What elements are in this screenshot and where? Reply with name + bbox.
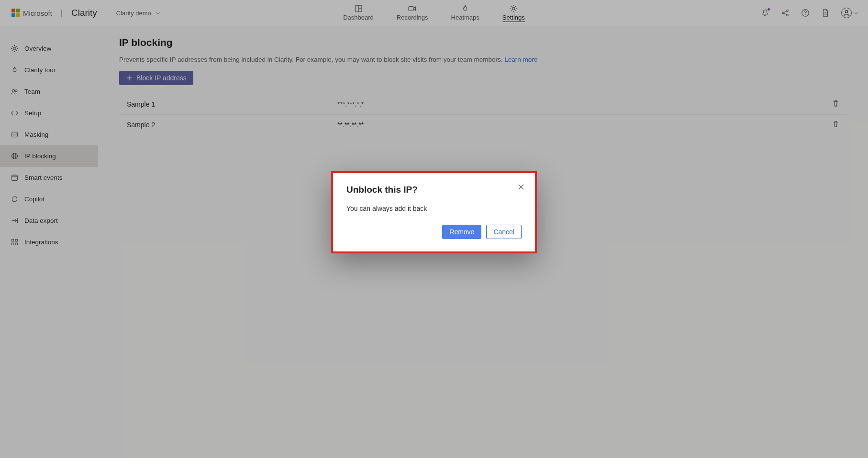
dialog-title: Unblock this IP? — [346, 185, 522, 195]
unblock-dialog: Unblock this IP? You can always add it b… — [335, 175, 533, 250]
modal-overlay[interactable]: Unblock this IP? You can always add it b… — [0, 0, 868, 458]
remove-button[interactable]: Remove — [442, 225, 481, 239]
close-icon — [518, 184, 524, 190]
dialog-highlight: Unblock this IP? You can always add it b… — [331, 171, 537, 253]
dialog-body: You can always add it back — [346, 205, 522, 212]
dialog-close-button[interactable] — [518, 184, 524, 192]
cancel-button[interactable]: Cancel — [486, 225, 522, 239]
dialog-footer: Remove Cancel — [346, 225, 522, 239]
